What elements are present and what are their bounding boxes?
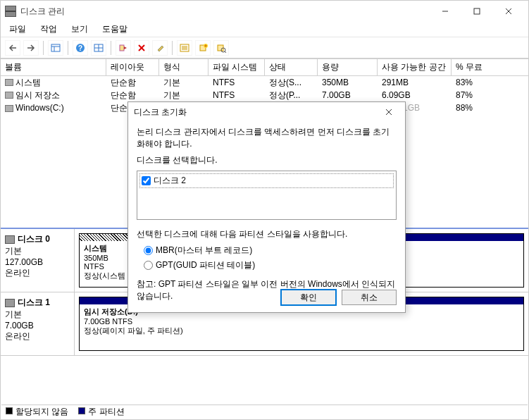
dialog-message: 선택한 디스크에 대해 다음 파티션 스타일을 사용합니다.	[137, 228, 397, 240]
col-layout[interactable]: 레이아웃	[106, 59, 159, 75]
disk-icon	[5, 299, 15, 307]
dialog-title: 디스크 초기화	[134, 106, 378, 118]
titlebar: 디스크 관리	[1, 1, 528, 22]
menu-file[interactable]: 파일	[4, 22, 32, 37]
menu-view[interactable]: 보기	[66, 22, 94, 37]
volume-icon	[5, 92, 13, 99]
svg-line-23	[225, 51, 226, 53]
window-title: 디스크 관리	[20, 6, 429, 18]
col-type[interactable]: 형식	[159, 59, 209, 75]
back-button[interactable]	[5, 40, 20, 56]
col-fs[interactable]: 파일 시스템	[209, 59, 265, 75]
col-pct[interactable]: % 무료	[452, 59, 501, 75]
menu-action[interactable]: 작업	[35, 22, 63, 37]
toolbar: ?	[1, 37, 528, 58]
maximize-button[interactable]	[461, 1, 492, 22]
svg-rect-4	[51, 44, 60, 51]
col-free[interactable]: 사용 가능한 공간	[378, 59, 452, 75]
legend-swatch-unallocated	[6, 407, 13, 414]
toolbar-find-icon[interactable]	[213, 40, 229, 56]
legend-swatch-primary	[78, 407, 85, 414]
properties-icon[interactable]	[152, 40, 168, 56]
main-window: 디스크 관리 파일 작업 보기 도움말 ?	[0, 0, 529, 420]
minimize-button[interactable]	[429, 1, 461, 22]
table-row[interactable]: 임시 저장소단순함기본NTFS정상(P...7.00GB6.09GB87%	[1, 89, 528, 101]
volume-icon	[5, 105, 13, 112]
disk-checkbox[interactable]	[142, 176, 151, 185]
refresh-icon[interactable]	[116, 40, 131, 56]
disk-icon	[5, 235, 15, 244]
toolbar-add-icon[interactable]	[195, 40, 211, 56]
dialog-close-button[interactable]	[378, 104, 399, 121]
col-capacity[interactable]: 용량	[318, 59, 378, 75]
svg-rect-12	[120, 45, 124, 51]
initialize-disk-dialog: 디스크 초기화 논리 디스크 관리자에서 디스크를 액세스하려면 먼저 디스크를…	[127, 101, 406, 313]
disk-list-item[interactable]: 디스크 2	[139, 173, 394, 188]
grid-header: 볼륨 레이아웃 형식 파일 시스템 상태 용량 사용 가능한 공간 % 무료	[1, 58, 528, 76]
partition[interactable]: 시스템 350MB NTFS 정상(시스템	[79, 233, 135, 288]
close-button[interactable]	[492, 1, 524, 22]
forward-button[interactable]	[23, 40, 39, 56]
help-icon[interactable]: ?	[73, 40, 88, 56]
toolbar-list-icon[interactable]	[177, 40, 192, 56]
disk-select-list[interactable]: 디스크 2	[137, 171, 397, 220]
col-status[interactable]: 상태	[265, 59, 318, 75]
svg-text:?: ?	[78, 44, 82, 52]
app-icon	[5, 6, 16, 17]
svg-rect-1	[474, 8, 480, 14]
ok-button[interactable]: 확인	[281, 290, 336, 305]
legend: 할당되지 않음 주 파티션	[1, 404, 528, 419]
table-row[interactable]: 시스템단순함기본NTFS정상(S...350MB291MB83%	[1, 76, 528, 89]
delete-icon[interactable]	[134, 40, 149, 56]
dialog-message: 논리 디스크 관리자에서 디스크를 액세스하려면 먼저 디스크를 초기화해야 합…	[137, 126, 397, 150]
menubar: 파일 작업 보기 도움말	[1, 22, 528, 37]
radio-input-gpt[interactable]	[144, 261, 153, 270]
volume-icon	[5, 79, 13, 86]
toolbar-grid-icon[interactable]	[91, 40, 106, 56]
radio-gpt[interactable]: GPT(GUID 파티션 테이블)	[144, 259, 397, 271]
toolbar-view-icon[interactable]	[48, 40, 63, 56]
dialog-message: 디스크를 선택합니다.	[137, 154, 397, 166]
menu-help[interactable]: 도움말	[97, 22, 133, 37]
cancel-button[interactable]: 취소	[342, 290, 397, 305]
col-volume[interactable]: 볼륨	[1, 59, 106, 75]
radio-mbr[interactable]: MBR(마스터 부트 레코드)	[144, 245, 397, 257]
radio-input-mbr[interactable]	[144, 246, 153, 255]
